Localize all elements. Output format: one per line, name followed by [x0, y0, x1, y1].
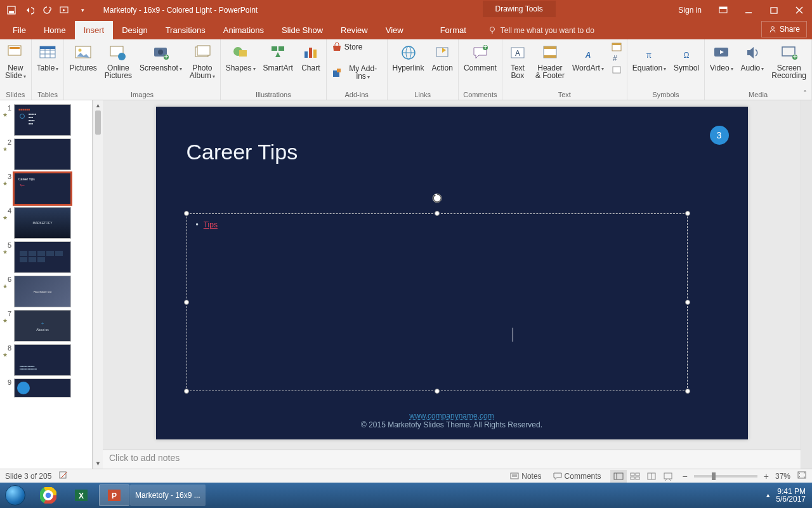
- start-button[interactable]: [0, 483, 30, 508]
- svg-point-84: [45, 492, 51, 498]
- slide-canvas[interactable]: Career Tips 3 •Tips: [156, 107, 748, 439]
- thumbnail-4[interactable]: 4★MARKETOFY: [0, 206, 92, 240]
- tab-review[interactable]: Review: [332, 21, 377, 39]
- tab-design[interactable]: Design: [113, 21, 156, 39]
- symbol-button[interactable]: ΩSymbol: [671, 41, 702, 73]
- screenshot-button[interactable]: +Screenshot: [137, 41, 185, 74]
- excel-taskbar-icon[interactable]: X: [66, 485, 96, 506]
- normal-view-button[interactable]: [610, 470, 627, 483]
- footer-link[interactable]: www.companyname.com: [409, 411, 494, 420]
- content-text-frame[interactable]: •Tips: [187, 213, 688, 391]
- svg-rect-73: [648, 473, 655, 479]
- chart-button[interactable]: Chart: [298, 41, 324, 73]
- audio-button[interactable]: Audio: [738, 41, 767, 74]
- svg-text:π: π: [646, 51, 652, 60]
- thumbnail-3[interactable]: 3★Career TipsTips: [0, 171, 92, 206]
- reading-view-button[interactable]: [643, 470, 660, 483]
- powerpoint-taskbar-icon[interactable]: P: [99, 485, 129, 506]
- fit-to-window-button[interactable]: [797, 471, 807, 481]
- tell-me-search[interactable]: Tell me what you want to do: [488, 26, 594, 39]
- tab-format[interactable]: Format: [431, 21, 475, 39]
- slide-sorter-button[interactable]: [627, 470, 643, 483]
- bullet-text[interactable]: Tips: [204, 220, 218, 229]
- video-button[interactable]: Video: [707, 41, 735, 74]
- date-time-button[interactable]: [609, 41, 624, 53]
- tab-insert[interactable]: Insert: [75, 21, 114, 39]
- resize-handle[interactable]: [184, 211, 189, 216]
- object-button[interactable]: [609, 64, 624, 76]
- zoom-in-button[interactable]: +: [764, 471, 769, 481]
- photo-album-button[interactable]: Photo Album: [187, 41, 218, 82]
- zoom-level[interactable]: 37%: [775, 472, 790, 481]
- tray-expand-icon[interactable]: ▲: [765, 492, 771, 498]
- thumbnail-scrollbar[interactable]: ▲ ▼: [93, 100, 103, 469]
- store-button[interactable]: Store: [329, 41, 384, 53]
- online-pictures-button[interactable]: Online Pictures: [102, 41, 134, 81]
- notes-pane[interactable]: Click to add notes: [103, 450, 801, 469]
- maximize-button[interactable]: [761, 0, 787, 20]
- table-button[interactable]: Table: [34, 41, 62, 74]
- resize-handle[interactable]: [435, 389, 440, 394]
- thumbnail-8[interactable]: 8★■■■■■■■■■■■■■■■■■■■■■■■■■■■■: [0, 343, 92, 377]
- object-icon: [612, 65, 622, 75]
- resize-handle[interactable]: [685, 389, 690, 394]
- resize-handle[interactable]: [685, 211, 690, 216]
- hyperlink-button[interactable]: Hyperlink: [390, 41, 427, 73]
- slide-title[interactable]: Career Tips: [187, 140, 298, 164]
- pictures-button[interactable]: Pictures: [67, 41, 99, 73]
- new-slide-button[interactable]: New Slide: [3, 41, 29, 82]
- text-box-button[interactable]: AText Box: [505, 41, 530, 81]
- audio-label: Audio: [741, 64, 764, 73]
- sign-in-link[interactable]: Sign in: [669, 6, 710, 15]
- zoom-out-button[interactable]: −: [683, 471, 688, 481]
- thumbnail-6[interactable]: 6★Placeholder text: [0, 274, 92, 309]
- share-button[interactable]: Share: [761, 21, 807, 37]
- minimize-button[interactable]: [736, 0, 761, 20]
- rotate-handle-icon[interactable]: [431, 192, 443, 204]
- tab-home[interactable]: Home: [35, 21, 75, 39]
- zoom-slider-thumb[interactable]: [712, 472, 716, 480]
- tab-file[interactable]: File: [4, 21, 35, 39]
- new-slide-icon: [5, 43, 25, 63]
- scrollbar-thumb[interactable]: [95, 110, 101, 135]
- notes-button[interactable]: Notes: [508, 472, 544, 481]
- ribbon-display-options-icon[interactable]: [710, 0, 736, 20]
- scroll-up-icon[interactable]: ▲: [93, 100, 103, 110]
- taskbar-window-label[interactable]: Marketofy - 16x9 ...: [130, 485, 206, 506]
- thumbnail-9[interactable]: 9: [0, 377, 92, 399]
- slide-number-button[interactable]: #: [609, 53, 624, 64]
- vertical-scrollbar[interactable]: [801, 100, 812, 469]
- resize-handle[interactable]: [685, 300, 690, 305]
- comment-button[interactable]: +Comment: [461, 41, 499, 73]
- spellcheck-icon[interactable]: [59, 471, 68, 481]
- collapse-ribbon-icon[interactable]: ˄: [801, 41, 809, 98]
- scroll-down-icon[interactable]: ▼: [93, 458, 103, 469]
- slideshow-button[interactable]: [660, 470, 676, 483]
- thumbnail-5[interactable]: 5★: [0, 240, 92, 274]
- action-button[interactable]: Action: [429, 41, 455, 73]
- thumbnail-1[interactable]: 1★■■■■■■■■■■■■■■■■■■■■■: [0, 103, 92, 137]
- resize-handle[interactable]: [184, 300, 189, 305]
- thumbnail-2[interactable]: 2★: [0, 137, 92, 171]
- clock-date[interactable]: 5/6/2017: [776, 495, 806, 503]
- resize-handle[interactable]: [184, 389, 189, 394]
- shapes-button[interactable]: Shapes: [223, 41, 258, 74]
- thumbnail-7[interactable]: 7★+About us: [0, 309, 92, 343]
- close-button[interactable]: [787, 0, 812, 20]
- chrome-taskbar-icon[interactable]: [33, 485, 63, 506]
- equation-button[interactable]: πEquation: [630, 41, 669, 74]
- tab-slideshow[interactable]: Slide Show: [273, 21, 332, 39]
- smartart-button[interactable]: triSmartArt: [261, 41, 296, 73]
- resize-handle[interactable]: [435, 211, 440, 216]
- svg-rect-75: [664, 473, 672, 479]
- group-addins-label: Add-ins: [345, 90, 369, 100]
- tab-transitions[interactable]: Transitions: [157, 21, 214, 39]
- header-footer-button[interactable]: Header & Footer: [533, 41, 567, 81]
- comments-button[interactable]: Comments: [551, 472, 604, 481]
- animation-star-icon: ★: [3, 249, 11, 255]
- tab-view[interactable]: View: [377, 21, 412, 39]
- wordart-button[interactable]: AWordArt: [570, 41, 606, 74]
- tab-animations[interactable]: Animations: [214, 21, 273, 39]
- zoom-slider[interactable]: [694, 475, 757, 478]
- my-addins-button[interactable]: My Add-ins: [329, 64, 384, 82]
